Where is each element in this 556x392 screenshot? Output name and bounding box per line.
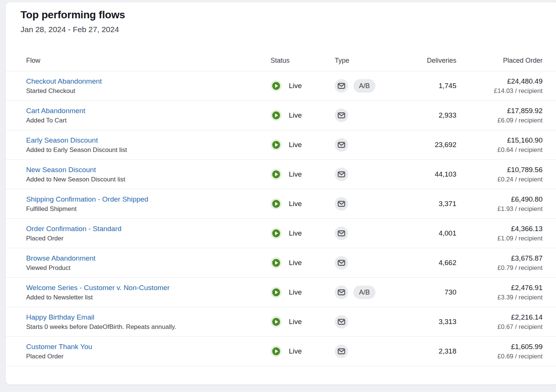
- placed-order-value: £10,789.56: [456, 165, 543, 174]
- status-cell: Live: [271, 287, 335, 298]
- date-range: Jan 28, 2024 - Feb 27, 2024: [21, 24, 556, 35]
- live-play-icon: [271, 198, 282, 209]
- type-cell: [335, 256, 394, 270]
- live-play-icon: [271, 80, 282, 91]
- flow-trigger: Placed Order: [26, 234, 271, 243]
- status-label: Live: [289, 229, 302, 237]
- status-label: Live: [289, 141, 302, 149]
- flow-link[interactable]: Order Confirmation - Standard: [26, 224, 122, 233]
- flow-link[interactable]: Cart Abandonment: [26, 106, 85, 115]
- status-label: Live: [289, 347, 302, 355]
- status-label: Live: [289, 318, 302, 326]
- column-header-placed-order: Placed Order: [456, 56, 543, 65]
- email-icon: [335, 168, 348, 181]
- placed-order-value: £1,605.99: [456, 342, 543, 351]
- flow-trigger: Placed Order: [26, 352, 271, 361]
- placed-order-cell: £4,366.13 £1.09 / recipient: [456, 224, 543, 243]
- live-play-icon: [271, 287, 282, 298]
- per-recipient-value: £14.03 / recipient: [456, 87, 543, 95]
- flow-trigger: Started Checkout: [26, 87, 271, 95]
- table-row: Order Confirmation - Standard Placed Ord…: [6, 219, 556, 248]
- flow-cell: Customer Thank You Placed Order: [26, 342, 271, 361]
- placed-order-value: £6,490.80: [456, 195, 543, 204]
- email-icon: [335, 256, 348, 270]
- live-play-icon: [271, 257, 282, 268]
- card-header: Top performing flows Jan 28, 2024 - Feb …: [6, 8, 556, 35]
- placed-order-cell: £2,476.91 £3.39 / recipient: [456, 283, 543, 302]
- flow-trigger: Added to Early Season Discount list: [26, 146, 271, 154]
- email-icon: [335, 315, 348, 329]
- flow-trigger: Added To Cart: [26, 116, 271, 125]
- flow-cell: Shipping Confirmation - Order Shipped Fu…: [26, 195, 271, 213]
- placed-order-cell: £15,160.90 £0.64 / recipient: [456, 136, 543, 154]
- table-row: Customer Thank You Placed Order Live: [6, 337, 556, 366]
- live-play-icon: [271, 139, 282, 150]
- live-play-icon: [271, 228, 282, 239]
- deliveries-value: 2,318: [394, 347, 456, 355]
- top-performing-flows-card: Top performing flows Jan 28, 2024 - Feb …: [6, 2, 556, 385]
- email-icon: [335, 286, 348, 299]
- per-recipient-value: £1.09 / recipient: [456, 234, 543, 243]
- status-label: Live: [289, 82, 302, 90]
- placed-order-value: £4,366.13: [456, 224, 543, 233]
- flows-table: Flow Status Type Deliveries Placed Order…: [6, 56, 556, 366]
- status-label: Live: [289, 259, 302, 267]
- status-cell: Live: [271, 139, 335, 150]
- placed-order-value: £17,859.92: [456, 106, 543, 115]
- per-recipient-value: £0.24 / recipient: [456, 175, 543, 184]
- status-label: Live: [289, 200, 302, 208]
- deliveries-value: 3,313: [394, 318, 456, 326]
- placed-order-cell: £3,675.87 £0.79 / recipient: [456, 254, 543, 272]
- type-cell: [335, 138, 394, 152]
- status-cell: Live: [271, 257, 335, 268]
- ab-badge: A/B: [353, 286, 375, 299]
- status-cell: Live: [271, 80, 335, 91]
- status-cell: Live: [271, 198, 335, 209]
- table-row: Welcome Series - Customer v. Non-Custome…: [6, 278, 556, 307]
- flow-link[interactable]: Welcome Series - Customer v. Non-Custome…: [26, 283, 170, 292]
- flow-link[interactable]: Checkout Abandonment: [26, 77, 102, 86]
- type-cell: [335, 109, 394, 122]
- flow-link[interactable]: Early Season Discount: [26, 136, 98, 145]
- page-title: Top performing flows: [21, 8, 556, 22]
- email-icon: [335, 197, 348, 211]
- type-cell: [335, 345, 394, 358]
- per-recipient-value: £0.79 / recipient: [456, 264, 543, 272]
- status-label: Live: [289, 170, 302, 178]
- per-recipient-value: £0.69 / recipient: [456, 352, 543, 361]
- status-cell: Live: [271, 110, 335, 121]
- email-icon: [335, 79, 348, 93]
- column-header-deliveries: Deliveries: [394, 56, 456, 65]
- placed-order-value: £15,160.90: [456, 136, 543, 145]
- flow-cell: Cart Abandonment Added To Cart: [26, 106, 271, 125]
- placed-order-value: £2,476.91: [456, 283, 543, 292]
- table-body: Checkout Abandonment Started Checkout Li…: [6, 71, 556, 366]
- flow-link[interactable]: Shipping Confirmation - Order Shipped: [26, 195, 148, 204]
- placed-order-cell: £1,605.99 £0.69 / recipient: [456, 342, 543, 361]
- live-play-icon: [271, 346, 282, 357]
- placed-order-value: £2,216.14: [456, 313, 543, 322]
- deliveries-value: 730: [394, 288, 456, 296]
- email-icon: [335, 345, 348, 358]
- flow-cell: Early Season Discount Added to Early Sea…: [26, 136, 271, 154]
- flow-link[interactable]: Happy Birthday Email: [26, 313, 94, 322]
- flow-link[interactable]: New Season Discount: [26, 165, 96, 174]
- flow-link[interactable]: Browse Abandonment: [26, 254, 96, 263]
- flow-link[interactable]: Customer Thank You: [26, 342, 92, 351]
- type-cell: [335, 197, 394, 211]
- column-header-flow: Flow: [26, 56, 271, 65]
- flow-cell: Checkout Abandonment Started Checkout: [26, 77, 271, 95]
- per-recipient-value: £0.64 / recipient: [456, 146, 543, 154]
- status-label: Live: [289, 288, 302, 296]
- type-cell: [335, 315, 394, 329]
- flow-cell: Browse Abandonment Viewed Product: [26, 254, 271, 272]
- flow-cell: New Season Discount Added to New Season …: [26, 165, 271, 184]
- table-row: New Season Discount Added to New Season …: [6, 160, 556, 189]
- table-row: Happy Birthday Email Starts 0 weeks befo…: [6, 307, 556, 337]
- type-cell: [335, 168, 394, 181]
- flow-cell: Happy Birthday Email Starts 0 weeks befo…: [26, 313, 271, 331]
- table-header-row: Flow Status Type Deliveries Placed Order: [6, 56, 556, 71]
- deliveries-value: 2,933: [394, 111, 456, 119]
- column-header-status: Status: [271, 56, 335, 65]
- placed-order-cell: £2,216.14 £0.67 / recipient: [456, 313, 543, 331]
